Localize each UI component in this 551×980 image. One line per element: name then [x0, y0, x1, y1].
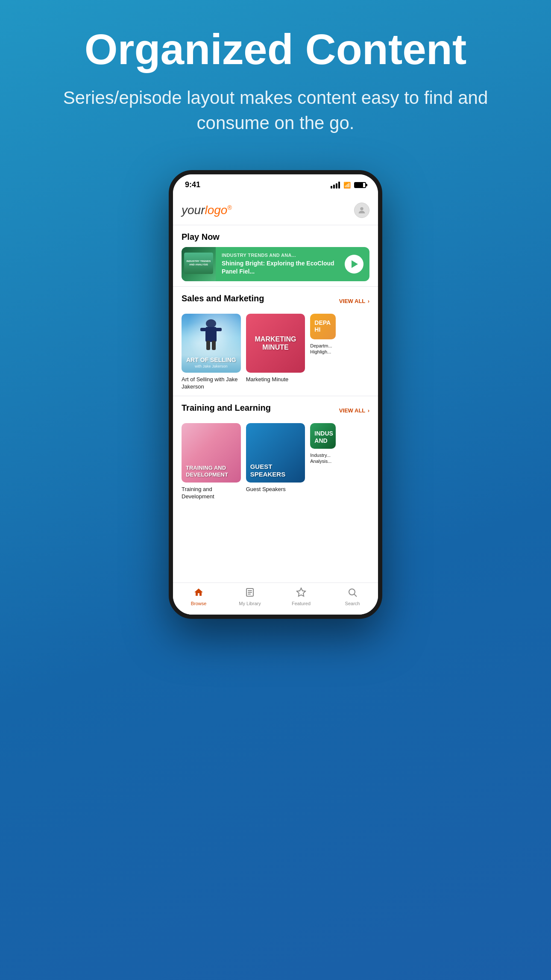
art-selling-card[interactable]: ART OF SELLING with Jake Jakerson Art of… — [182, 314, 241, 391]
play-now-title: Play Now — [182, 232, 369, 242]
phone-mockup: 9:41 📶 youryourlogologo® — [169, 170, 382, 619]
industry-card[interactable]: INDUSAND Industry...Analysis... — [310, 423, 336, 500]
svg-rect-3 — [200, 328, 206, 331]
training-dev-label: Training and Development — [182, 486, 241, 500]
training-title: Training and Learning — [182, 403, 271, 413]
app-logo: youryourlogologo® — [182, 203, 232, 217]
art-selling-label: Art of Selling with Jake Jakerson — [182, 376, 241, 391]
featured-icon — [296, 587, 306, 599]
user-avatar[interactable] — [354, 203, 369, 218]
nav-browse[interactable]: Browse — [173, 587, 224, 606]
sales-section: Sales and Marketing VIEW ALL › — [173, 286, 378, 396]
browse-icon — [193, 587, 204, 599]
bottom-nav: Browse My Library — [173, 583, 378, 615]
svg-rect-10 — [248, 594, 251, 594]
play-now-series: INDUSTRY TRENDS AND ANA... — [222, 253, 339, 258]
sales-view-all[interactable]: VIEW ALL › — [339, 298, 369, 304]
page-title: Organized Content — [43, 26, 508, 73]
play-now-button[interactable] — [345, 255, 363, 274]
library-icon — [245, 587, 255, 599]
svg-point-12 — [349, 589, 355, 595]
industry-image: INDUSAND — [310, 423, 336, 449]
marketing-minute-card[interactable]: MARKETINGMINUTE Marketing Minute — [246, 314, 305, 391]
search-label: Search — [345, 601, 360, 606]
industry-label: Industry...Analysis... — [310, 452, 336, 465]
nav-search[interactable]: Search — [327, 587, 378, 606]
sales-title: Sales and Marketing — [182, 294, 264, 303]
svg-point-1 — [206, 319, 216, 328]
guest-speakers-label: Guest Speakers — [246, 486, 305, 493]
svg-marker-11 — [297, 588, 305, 596]
browse-label: Browse — [191, 601, 207, 606]
status-time: 9:41 — [185, 180, 200, 189]
play-now-card[interactable]: INDUSTRY TRENDS AND ANALYSIS INDUSTRY TR… — [182, 247, 369, 281]
dept-label: Departm...Highligh... — [310, 343, 336, 355]
chevron-right-icon: › — [368, 298, 369, 304]
play-now-thumbnail: INDUSTRY TRENDS AND ANALYSIS — [182, 247, 216, 281]
status-bar: 9:41 📶 — [173, 174, 378, 196]
svg-rect-8 — [248, 590, 252, 591]
battery-icon — [354, 182, 366, 188]
guest-speakers-image: GUESTSPEAKERS — [246, 423, 305, 483]
training-section: Training and Learning VIEW ALL › TRAININ… — [173, 396, 378, 505]
signal-icon — [331, 182, 340, 188]
training-cards-row: TRAINING ANDDEVELOPMENT Training and Dev… — [182, 423, 369, 500]
svg-rect-2 — [205, 327, 217, 342]
dept-image: DEPAHI — [310, 314, 336, 339]
play-icon — [352, 260, 358, 268]
chevron-right-icon-2: › — [368, 407, 369, 414]
marketing-minute-label: Marketing Minute — [246, 376, 305, 383]
svg-point-0 — [360, 207, 363, 210]
page-subtitle: Series/episode layout makes content easy… — [43, 85, 508, 136]
featured-label: Featured — [292, 601, 311, 606]
training-header: Training and Learning VIEW ALL › — [182, 403, 369, 418]
guest-speakers-card[interactable]: GUESTSPEAKERS Guest Speakers — [246, 423, 305, 500]
svg-rect-4 — [216, 328, 222, 331]
nav-featured[interactable]: Featured — [276, 587, 327, 606]
phone-frame: 9:41 📶 youryourlogologo® — [169, 170, 382, 619]
marketing-minute-image: MARKETINGMINUTE — [246, 314, 305, 373]
page-header: Organized Content Series/episode layout … — [0, 0, 551, 153]
svg-rect-6 — [212, 341, 216, 350]
app-header: youryourlogologo® — [173, 196, 378, 225]
dept-card[interactable]: DEPAHI Departm...Highligh... — [310, 314, 336, 391]
svg-rect-5 — [206, 341, 210, 350]
play-now-episode-title: Shining Bright: Exploring the EcoCloud P… — [222, 259, 339, 275]
play-now-section: Play Now INDUSTRY TRENDS AND ANALYSIS IN… — [173, 225, 378, 286]
svg-rect-9 — [248, 592, 252, 593]
status-icons: 📶 — [331, 182, 366, 188]
sales-header: Sales and Marketing VIEW ALL › — [182, 294, 369, 309]
training-dev-image: TRAINING ANDDEVELOPMENT — [182, 423, 241, 483]
svg-line-13 — [355, 594, 357, 597]
scroll-content: Play Now INDUSTRY TRENDS AND ANALYSIS IN… — [173, 225, 378, 583]
search-icon — [347, 587, 358, 599]
library-label: My Library — [239, 601, 261, 606]
nav-my-library[interactable]: My Library — [224, 587, 276, 606]
training-view-all[interactable]: VIEW ALL › — [339, 407, 369, 414]
app-content: youryourlogologo® Play Now — [173, 196, 378, 615]
training-dev-card[interactable]: TRAINING ANDDEVELOPMENT Training and Dev… — [182, 423, 241, 500]
wifi-icon: 📶 — [343, 182, 351, 188]
art-selling-image: ART OF SELLING with Jake Jakerson — [182, 314, 241, 373]
sales-cards-row: ART OF SELLING with Jake Jakerson Art of… — [182, 314, 369, 391]
play-now-info: INDUSTRY TRENDS AND ANA... Shining Brigh… — [216, 253, 345, 275]
